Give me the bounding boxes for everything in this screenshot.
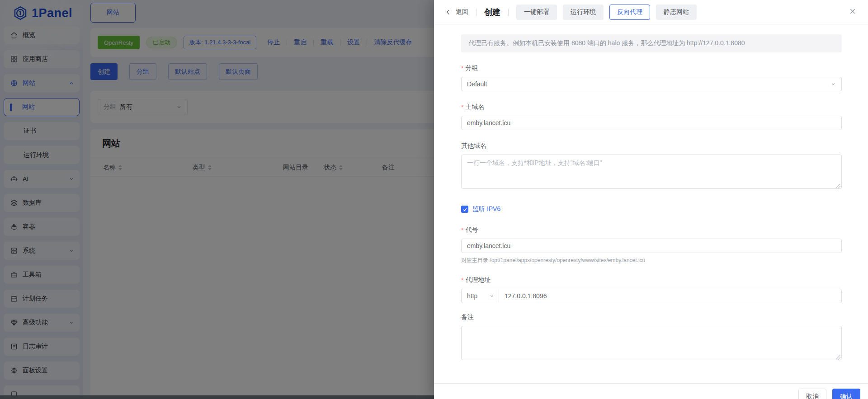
divider [476, 9, 476, 16]
tab-reverse-proxy[interactable]: 反向代理 [609, 5, 650, 20]
drawer-header: 返回 创建 一键部署 运行环境 反向代理 静态网站 [434, 0, 868, 24]
group-select[interactable]: Default [461, 77, 842, 91]
other-domains-field: 其他域名 [461, 142, 842, 191]
drawer-body: 代理已有服务。例如本机已安装使用 8080 端口的 halo 服务，那么代理地址… [434, 24, 868, 383]
proxy-address-field: *代理地址 http [461, 276, 842, 303]
drawer-title: 创建 [484, 7, 500, 18]
required-star: * [461, 277, 463, 284]
cancel-button[interactable]: 取消 [798, 389, 826, 399]
confirm-button[interactable]: 确认 [832, 389, 860, 399]
primary-domain-input[interactable] [461, 116, 842, 130]
required-star: * [461, 103, 463, 111]
create-mode-tabs: 一键部署 运行环境 反向代理 静态网站 [516, 5, 697, 20]
tab-static-site[interactable]: 静态网站 [656, 5, 697, 20]
alias-helper-text: 对应主目录:/opt/1panel/apps/openresty/openres… [461, 257, 842, 264]
chevron-down-icon [830, 81, 836, 87]
tab-runtime[interactable]: 运行环境 [563, 5, 604, 20]
required-star: * [461, 226, 463, 234]
app-window: 1Panel 概览 应用商店 网站 网站 证书 [0, 0, 868, 399]
alias-field: *代号 对应主目录:/opt/1panel/apps/openresty/ope… [461, 226, 842, 264]
chevron-down-icon [489, 293, 495, 299]
ipv6-label: 监听 IPV6 [472, 205, 500, 213]
arrow-left-icon [445, 9, 452, 16]
proxy-protocol-select[interactable]: http [461, 289, 499, 303]
divider [508, 9, 509, 16]
alias-input[interactable] [461, 239, 842, 253]
group-field: *分组 Default [461, 64, 842, 91]
check-icon [462, 207, 467, 212]
remark-field: 备注 [461, 313, 842, 362]
back-button[interactable]: 返回 [445, 8, 468, 16]
info-alert: 代理已有服务。例如本机已安装使用 8080 端口的 halo 服务，那么代理地址… [461, 34, 842, 52]
ipv6-checkbox-row[interactable]: 监听 IPV6 [461, 205, 842, 213]
proxy-address-input[interactable] [499, 289, 842, 303]
tab-one-click-deploy[interactable]: 一键部署 [516, 5, 557, 20]
drawer-footer: 取消 确认 [434, 383, 868, 399]
create-website-drawer: 返回 创建 一键部署 运行环境 反向代理 静态网站 代理已有服务。例如本机已安装… [434, 0, 868, 399]
required-star: * [461, 65, 463, 72]
remark-textarea[interactable] [461, 326, 842, 360]
close-icon[interactable] [849, 8, 856, 15]
other-domains-textarea[interactable] [461, 155, 842, 189]
primary-domain-field: *主域名 [461, 103, 842, 130]
ipv6-checkbox[interactable] [461, 206, 468, 213]
